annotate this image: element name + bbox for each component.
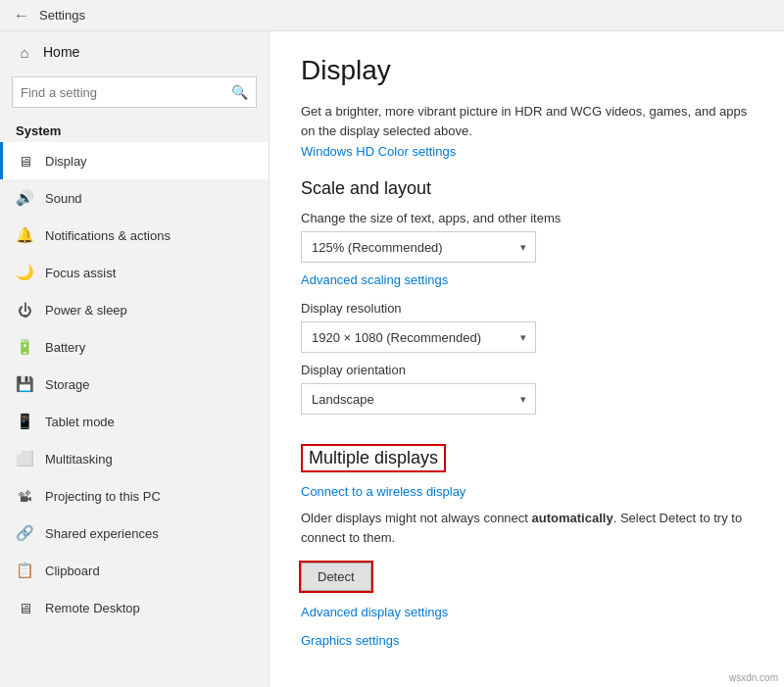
storage-icon: 💾 xyxy=(16,375,33,393)
scale-dropdown-wrapper: 125% (Recommended) 100% 150% 175% ▾ xyxy=(301,231,536,263)
sidebar-item-shared[interactable]: 🔗 Shared experiences xyxy=(0,515,269,552)
scale-label: Change the size of text, apps, and other… xyxy=(301,211,753,225)
sidebar-item-display-label: Display xyxy=(45,154,87,169)
clipboard-icon: 📋 xyxy=(16,562,33,579)
sidebar-item-multitasking[interactable]: ⬜ Multitasking xyxy=(0,440,269,477)
sidebar-item-power-label: Power & sleep xyxy=(45,303,127,318)
sidebar-item-storage-label: Storage xyxy=(45,377,90,392)
projecting-icon: 📽 xyxy=(16,487,33,505)
battery-icon: 🔋 xyxy=(16,338,33,356)
sidebar-item-multitasking-label: Multitasking xyxy=(45,452,113,466)
back-button[interactable]: ← xyxy=(12,6,31,25)
sidebar-item-projecting-label: Projecting to this PC xyxy=(45,489,161,504)
main-content: Display Get a brighter, more vibrant pic… xyxy=(270,31,784,687)
sidebar-item-storage[interactable]: 💾 Storage xyxy=(0,366,269,403)
scale-section-title: Scale and layout xyxy=(301,178,753,199)
remote-icon: 🖥 xyxy=(16,599,33,616)
detect-button[interactable]: Detect xyxy=(301,563,371,591)
tablet-icon: 📱 xyxy=(16,413,33,430)
power-icon: ⏻ xyxy=(16,301,33,319)
connect-wireless-link[interactable]: Connect to a wireless display xyxy=(301,484,753,499)
shared-icon: 🔗 xyxy=(16,524,33,542)
sidebar-item-notifications-label: Notifications & actions xyxy=(45,228,171,243)
older-display-text: Older displays might not always connect … xyxy=(301,509,753,547)
search-input[interactable] xyxy=(21,85,225,100)
sidebar-item-sound-label: Sound xyxy=(45,191,82,206)
resolution-dropdown[interactable]: 1920 × 1080 (Recommended) 1280 × 720 160… xyxy=(301,321,536,353)
resolution-label: Display resolution xyxy=(301,301,753,316)
hdr-description: Get a brighter, more vibrant picture in … xyxy=(301,102,753,140)
sidebar-item-home[interactable]: ⌂ Home xyxy=(0,31,269,73)
sidebar-item-notifications[interactable]: 🔔 Notifications & actions xyxy=(0,217,269,254)
sidebar-item-remote[interactable]: 🖥 Remote Desktop xyxy=(0,589,269,626)
multiple-displays-section-title: Multiple displays xyxy=(301,444,446,472)
sidebar-item-power[interactable]: ⏻ Power & sleep xyxy=(0,291,269,328)
watermark: wsxdn.com xyxy=(729,672,778,683)
titlebar: ← Settings xyxy=(0,0,784,31)
sidebar-item-clipboard-label: Clipboard xyxy=(45,564,100,578)
system-section-label: System xyxy=(0,116,269,142)
focus-icon: 🌙 xyxy=(16,264,33,281)
sidebar-item-remote-label: Remote Desktop xyxy=(45,601,140,615)
home-label: Home xyxy=(43,44,79,60)
resolution-dropdown-wrapper: 1920 × 1080 (Recommended) 1280 × 720 160… xyxy=(301,321,536,353)
graphics-settings-link[interactable]: Graphics settings xyxy=(301,633,753,648)
multitasking-icon: ⬜ xyxy=(16,450,33,467)
sidebar-item-sound[interactable]: 🔊 Sound xyxy=(0,179,269,217)
home-icon: ⌂ xyxy=(16,43,33,61)
sidebar-item-focus-label: Focus assist xyxy=(45,266,116,280)
advanced-scaling-link[interactable]: Advanced scaling settings xyxy=(301,272,753,287)
hdr-link[interactable]: Windows HD Color settings xyxy=(301,144,753,159)
display-icon: 🖥 xyxy=(16,152,33,170)
titlebar-title: Settings xyxy=(39,8,85,23)
sidebar-item-projecting[interactable]: 📽 Projecting to this PC xyxy=(0,477,269,515)
sidebar-item-tablet[interactable]: 📱 Tablet mode xyxy=(0,403,269,440)
notifications-icon: 🔔 xyxy=(16,226,33,244)
search-icon: 🔍 xyxy=(231,84,248,100)
sidebar-item-clipboard[interactable]: 📋 Clipboard xyxy=(0,552,269,589)
sidebar-item-battery[interactable]: 🔋 Battery xyxy=(0,328,269,366)
sidebar-item-battery-label: Battery xyxy=(45,340,85,355)
sidebar-item-display[interactable]: 🖥 Display xyxy=(0,142,269,179)
sidebar-item-focus[interactable]: 🌙 Focus assist xyxy=(0,254,269,291)
orientation-label: Display orientation xyxy=(301,363,753,377)
sidebar-item-tablet-label: Tablet mode xyxy=(45,415,115,429)
advanced-display-link[interactable]: Advanced display settings xyxy=(301,605,753,619)
scale-dropdown[interactable]: 125% (Recommended) 100% 150% 175% xyxy=(301,231,536,263)
orientation-dropdown-wrapper: Landscape Portrait Landscape (flipped) P… xyxy=(301,383,536,415)
sidebar-item-shared-label: Shared experiences xyxy=(45,526,159,541)
search-box[interactable]: 🔍 xyxy=(12,76,257,108)
sidebar: ⌂ Home 🔍 System 🖥 Display 🔊 Sound 🔔 Noti… xyxy=(0,31,270,687)
page-title: Display xyxy=(301,55,753,86)
sound-icon: 🔊 xyxy=(16,189,33,207)
orientation-dropdown[interactable]: Landscape Portrait Landscape (flipped) P… xyxy=(301,383,536,415)
